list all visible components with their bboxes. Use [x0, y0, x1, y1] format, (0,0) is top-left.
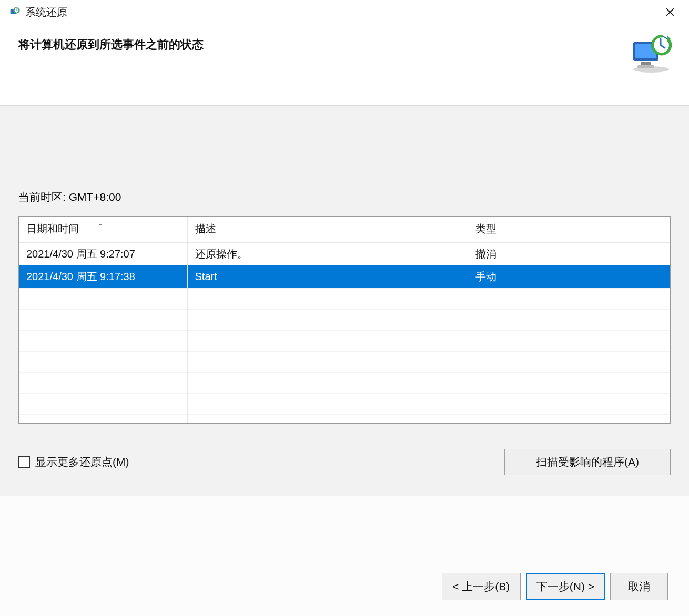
table-row	[19, 310, 670, 331]
table-row[interactable]: 2021/4/30 周五 9:27:07 还原操作。 撤消	[19, 243, 670, 266]
column-header-label: 日期和时间	[26, 223, 79, 234]
table-header-row: 日期和时间 ⌄ 描述 类型	[19, 217, 670, 243]
table-row	[19, 394, 670, 415]
cancel-button[interactable]: 取消	[610, 573, 668, 600]
page-heading: 将计算机还原到所选事件之前的状态	[18, 35, 629, 53]
scan-affected-programs-button[interactable]: 扫描受影响的程序(A)	[504, 449, 671, 475]
cell-datetime: 2021/4/30 周五 9:17:38	[19, 265, 187, 289]
column-header-type[interactable]: 类型	[468, 217, 670, 243]
svg-rect-6	[637, 65, 654, 68]
system-restore-hero-icon	[629, 35, 673, 74]
svg-rect-5	[641, 62, 651, 65]
content-area: 当前时区: GMT+8:00 日期和时间 ⌄ 描述 类型 2021/4/30 周…	[0, 106, 689, 496]
column-header-description[interactable]: 描述	[187, 217, 468, 243]
restore-points-table-container: 日期和时间 ⌄ 描述 类型 2021/4/30 周五 9:27:07 还原操作。…	[18, 216, 671, 424]
show-more-restore-points-checkbox[interactable]: 显示更多还原点(M)	[18, 455, 129, 469]
checkbox-icon	[18, 456, 30, 468]
timezone-label: 当前时区: GMT+8:00	[18, 190, 671, 204]
wizard-footer: < 上一步(B) 下一步(N) > 取消	[442, 573, 668, 600]
sort-indicator-icon: ⌄	[98, 220, 103, 227]
cell-datetime: 2021/4/30 周五 9:27:07	[19, 243, 187, 266]
cell-description: Start	[187, 265, 468, 289]
cell-type: 撤消	[468, 243, 670, 266]
close-button[interactable]	[660, 2, 681, 23]
next-button[interactable]: 下一步(N) >	[526, 573, 605, 600]
options-row: 显示更多还原点(M) 扫描受影响的程序(A)	[18, 449, 671, 475]
table-row	[19, 373, 670, 394]
restore-points-table[interactable]: 日期和时间 ⌄ 描述 类型 2021/4/30 周五 9:27:07 还原操作。…	[19, 217, 670, 424]
cell-type: 手动	[468, 265, 670, 289]
table-row	[19, 289, 670, 310]
window-title: 系统还原	[25, 5, 660, 19]
cell-description: 还原操作。	[187, 243, 468, 266]
titlebar: 系统还原	[0, 0, 689, 24]
checkbox-label: 显示更多还原点(M)	[35, 455, 129, 469]
system-restore-icon	[8, 6, 21, 18]
header: 将计算机还原到所选事件之前的状态	[0, 24, 689, 105]
table-row[interactable]: 2021/4/30 周五 9:17:38 Start 手动	[19, 265, 670, 289]
column-header-datetime[interactable]: 日期和时间 ⌄	[19, 217, 187, 243]
table-row	[19, 415, 670, 424]
table-row	[19, 331, 670, 352]
back-button[interactable]: < 上一步(B)	[442, 573, 521, 600]
table-row	[19, 352, 670, 373]
close-icon	[665, 7, 675, 17]
